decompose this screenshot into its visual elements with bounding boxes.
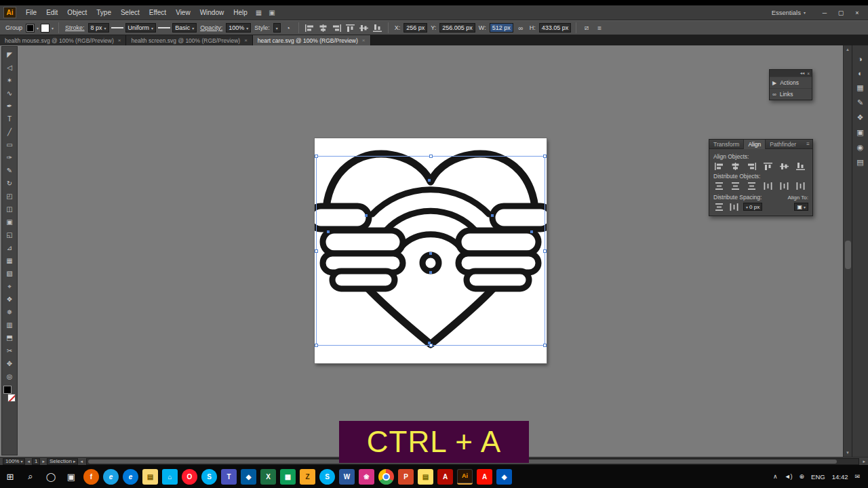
taskbar-icon-skype[interactable]: S (201, 469, 217, 485)
taskbar-icon-word[interactable]: W (339, 469, 355, 485)
variable-width-profile-dropdown[interactable]: Uniform ▾ (125, 23, 157, 33)
stroke-panel-link[interactable]: Stroke: (65, 24, 85, 31)
minimize-button[interactable]: ─ (816, 7, 833, 18)
panel-menu-icon[interactable]: ≡ (804, 141, 812, 147)
taskbar-icon-powerpoint[interactable]: P (398, 469, 414, 485)
actions-panel-tab[interactable]: ▶ Actions (770, 77, 812, 88)
taskbar-icon-reader[interactable]: A (477, 469, 492, 485)
taskbar-icon-chrome[interactable] (378, 469, 394, 485)
restore-button[interactable]: ▢ (833, 7, 849, 18)
taskbar-icon-sheets[interactable]: ▦ (280, 469, 296, 485)
color-guide-panel-icon[interactable]: ◐ (858, 69, 863, 77)
graphic-styles-panel-icon[interactable]: ▣ (856, 128, 863, 137)
menu-select[interactable]: Select (116, 9, 144, 16)
opacity-field[interactable]: 100% ▾ (226, 23, 251, 33)
zoom-level-dropdown[interactable]: 100% ▾ (3, 458, 25, 465)
selection-handle[interactable] (543, 155, 547, 158)
tool-slice[interactable]: ✂ (3, 344, 16, 357)
align-horizontal-left-button[interactable] (713, 161, 725, 171)
vertical-scrollbar[interactable]: ▲ ▼ (843, 45, 852, 457)
artboard-number-field[interactable]: 1 (32, 458, 40, 465)
align-vertical-bottom-button[interactable] (795, 161, 806, 171)
arrange-documents-icon[interactable]: ▦ (256, 9, 262, 16)
w-field[interactable]: 512 px (490, 23, 513, 33)
menu-file[interactable]: File (21, 9, 41, 16)
brushes-panel-icon[interactable]: ✎ (857, 98, 863, 107)
taskbar-icon-edge[interactable]: e (123, 469, 138, 485)
tool-rectangle[interactable]: ▭ (3, 138, 16, 151)
hidden-icons-chevron[interactable]: ∧ (773, 473, 778, 480)
tab-health-screen[interactable]: health screen.svg @ 100% (RGB/Preview) × (126, 35, 252, 45)
taskbar-icon-acrobat[interactable]: A (437, 469, 453, 485)
recolor-artwork-icon[interactable]: ◔ (283, 23, 294, 33)
menu-object[interactable]: Object (62, 9, 92, 16)
chevron-down-icon[interactable]: ▾ (20, 459, 22, 464)
status-tool-indicator[interactable]: Selection ▸ (47, 458, 78, 465)
distribute-spacing-horizontal-button[interactable] (728, 202, 740, 211)
tool-gradient[interactable]: ▧ (3, 267, 16, 280)
distribute-vertical-center-button[interactable] (730, 181, 741, 190)
tool-mesh[interactable]: ▦ (3, 254, 16, 267)
tool-direct-selection[interactable]: ◁ (3, 61, 16, 74)
chevron-down-icon[interactable]: ▾ (151, 26, 153, 30)
taskbar-icon-skype-2[interactable]: S (319, 469, 335, 485)
tool-paintbrush[interactable]: ✑ (3, 151, 16, 164)
vertical-scrollbar-thumb[interactable] (845, 241, 851, 269)
fill-stroke-indicator[interactable] (3, 386, 16, 402)
fill-color-swatch[interactable] (26, 24, 35, 33)
links-panel-tab[interactable]: ∞ Links (770, 88, 812, 100)
menu-effect[interactable]: Effect (144, 9, 171, 16)
stroke-weight-field[interactable]: 8 px ▾ (88, 23, 109, 33)
cb-align-middle-button[interactable] (358, 23, 370, 33)
close-panel-icon[interactable]: × (807, 71, 810, 76)
tool-scale[interactable]: ◰ (3, 190, 16, 203)
menu-type[interactable]: Type (92, 9, 116, 16)
tool-artboard[interactable]: ⬒ (3, 331, 16, 344)
workspace-switcher[interactable]: Essentials ▾ (772, 9, 806, 16)
tool-hand[interactable]: ✥ (3, 357, 16, 370)
menu-edit[interactable]: Edit (41, 9, 62, 16)
h-field[interactable]: 433.05 px (539, 23, 572, 33)
distribute-spacing-vertical-button[interactable] (713, 202, 725, 211)
stroke-color-swatch[interactable] (41, 24, 50, 33)
distribute-horizontal-center-button[interactable] (778, 181, 790, 190)
tool-selection[interactable]: ◤ (3, 48, 16, 61)
selection-handle[interactable] (543, 344, 547, 347)
taskbar-icon-photos[interactable]: ❀ (359, 469, 374, 485)
previous-artboard-icon[interactable]: ◂ (27, 459, 30, 464)
color-panel-icon[interactable]: ◑ (858, 55, 863, 63)
tool-pen[interactable]: ✒ (3, 100, 16, 113)
tool-pencil[interactable]: ✎ (3, 164, 16, 177)
taskbar-icon-sticky-notes[interactable]: ▤ (418, 469, 433, 485)
close-button[interactable]: × (849, 7, 865, 18)
spacing-value-field[interactable]: ▾ 0 px (743, 203, 762, 211)
control-panel-menu-icon[interactable]: ≡ (594, 23, 605, 33)
cb-align-bottom-button[interactable] (372, 23, 383, 33)
tool-lasso[interactable]: ∿ (3, 87, 16, 100)
search-icon[interactable]: ⌕ (20, 465, 41, 488)
tool-zoom[interactable]: ◎ (3, 370, 16, 383)
menu-help[interactable]: Help (229, 9, 252, 16)
style-dropdown[interactable]: ▾ (273, 23, 281, 33)
illustrator-logo-icon[interactable]: Ai (3, 7, 16, 18)
cb-align-right-button[interactable] (331, 23, 342, 33)
menu-view[interactable]: View (171, 9, 195, 16)
taskbar-icon-teams[interactable]: T (221, 469, 237, 485)
distribute-vertical-bottom-button[interactable] (746, 181, 757, 190)
tool-symbol-sprayer[interactable]: ✵ (3, 306, 16, 319)
scroll-up-icon[interactable]: ▲ (844, 45, 852, 54)
chevron-down-icon[interactable]: ▾ (192, 26, 194, 30)
network-icon[interactable]: ⊕ (800, 473, 805, 480)
close-tab-icon[interactable]: × (244, 37, 248, 43)
tab-align[interactable]: Align (743, 140, 766, 149)
tool-line-segment[interactable]: ╱ (3, 125, 16, 138)
taskbar-icon-file-explorer[interactable]: ▤ (142, 469, 158, 485)
taskbar-icon-firefox[interactable]: f (83, 469, 99, 485)
taskbar-icon-store[interactable]: ⌂ (162, 469, 178, 485)
taskbar-icon-excel[interactable]: X (260, 469, 276, 485)
selection-handle[interactable] (543, 249, 547, 253)
chevron-down-icon[interactable]: ▾ (104, 26, 106, 30)
constrain-proportions-icon[interactable]: ∞ (515, 23, 526, 33)
tool-free-transform[interactable]: ▣ (3, 216, 16, 228)
task-view-icon[interactable]: ▣ (61, 465, 81, 488)
